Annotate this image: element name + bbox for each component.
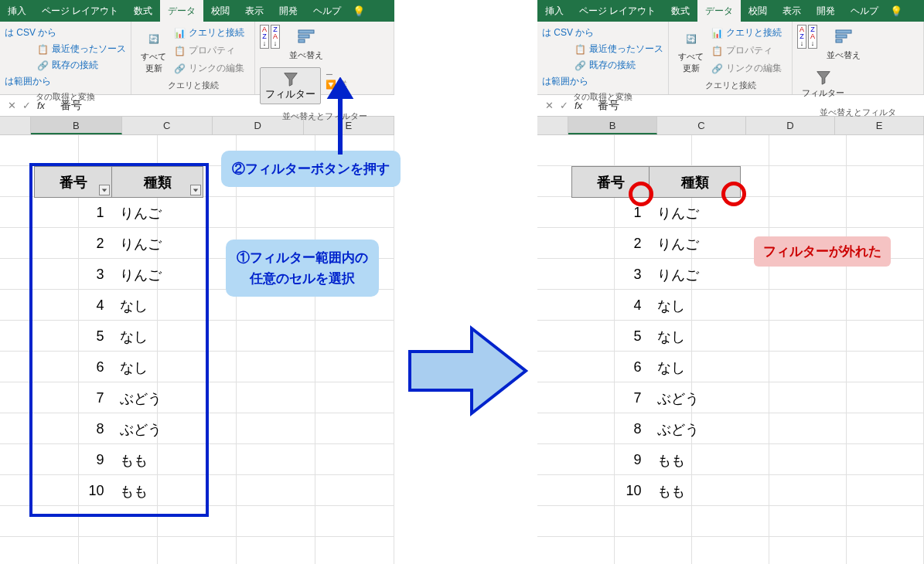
callout-step2: ②フィルターボタンを押す bbox=[221, 151, 401, 187]
sort-az-za-icons[interactable]: AZ↓ ZA↓ bbox=[260, 25, 280, 49]
ribbon-tab[interactable]: ヘルプ bbox=[305, 0, 349, 22]
table-row[interactable]: 6なし bbox=[572, 352, 741, 383]
edit-links-button[interactable]: 🔗 リンクの編集 bbox=[711, 60, 782, 76]
ribbon-tab[interactable]: 表示 bbox=[237, 0, 271, 22]
properties-button[interactable]: 📋 プロパティ bbox=[711, 42, 782, 59]
group-label: クエリと接続 bbox=[673, 78, 787, 91]
table-row[interactable]: 6なし bbox=[35, 352, 203, 383]
ribbon-tab[interactable]: 挿入 bbox=[0, 0, 34, 22]
table-header[interactable]: 番号 bbox=[572, 167, 650, 198]
svg-rect-2 bbox=[298, 39, 305, 42]
tell-me-bulb-icon[interactable]: 💡 bbox=[886, 0, 906, 22]
formula-input[interactable]: 番号 bbox=[590, 99, 924, 113]
group-label: クエリと接続 bbox=[136, 78, 250, 91]
edit-links-button[interactable]: 🔗 リンクの編集 bbox=[174, 60, 244, 76]
data-table-right: 番号種類1りんご2りんご3りんご4なし5なし6なし7ぶどう8ぶどう9もも10もも bbox=[571, 166, 741, 507]
fx-icon[interactable]: fx bbox=[37, 100, 45, 111]
sort-az-za-icons[interactable]: AZ↓ ZA↓ bbox=[797, 25, 817, 49]
ribbon-tab[interactable]: データ bbox=[160, 0, 203, 22]
ribbon-tab[interactable]: 開発 bbox=[271, 0, 305, 22]
ribbon-tab[interactable]: ヘルプ bbox=[843, 0, 886, 22]
ribbon-tab[interactable]: ページ レイアウト bbox=[34, 0, 126, 22]
clear-filter-icon[interactable]: ⚊ bbox=[326, 67, 347, 77]
ribbon-tab[interactable]: ページ レイアウト bbox=[571, 0, 663, 22]
table-header[interactable]: 番号 bbox=[35, 167, 112, 198]
ribbon-tab[interactable]: データ bbox=[697, 0, 741, 22]
confirm-icon[interactable]: ✓ bbox=[22, 100, 31, 111]
table-header[interactable]: 種類 bbox=[112, 167, 203, 198]
data-table-left: 番号種類1りんご2りんご3りんご4なし5なし6なし7ぶどう8ぶどう9もも10もも bbox=[34, 166, 203, 507]
queries-connections-button[interactable]: 📊 クエリと接続 bbox=[174, 25, 244, 41]
filter-button[interactable]: フィルター bbox=[797, 67, 849, 100]
cancel-icon[interactable]: ✕ bbox=[545, 100, 554, 111]
from-range-button[interactable]: は範囲から bbox=[5, 73, 126, 90]
ribbon-tab[interactable]: 校閲 bbox=[741, 0, 775, 22]
ribbon-tab[interactable]: 挿入 bbox=[537, 0, 571, 22]
refresh-all-button[interactable]: 🔄 すべて 更新 bbox=[673, 25, 708, 77]
table-row[interactable]: 3りんご bbox=[572, 260, 741, 290]
table-row[interactable]: 2りんご bbox=[572, 229, 741, 260]
up-arrow-annotation bbox=[325, 77, 356, 155]
sort-button[interactable]: 並べ替え bbox=[822, 25, 865, 63]
recent-sources-button[interactable]: 📋 最近使ったソース bbox=[575, 41, 663, 57]
refresh-all-button[interactable]: 🔄 すべて 更新 bbox=[136, 25, 171, 77]
column-header[interactable]: D bbox=[213, 117, 304, 134]
big-arrow-annotation bbox=[402, 321, 534, 421]
properties-button[interactable]: 📋 プロパティ bbox=[174, 42, 244, 59]
table-row[interactable]: 4なし bbox=[572, 290, 741, 321]
table-row[interactable]: 7ぶどう bbox=[35, 383, 203, 414]
svg-rect-5 bbox=[836, 39, 842, 42]
ribbon-tab[interactable]: 数式 bbox=[663, 0, 697, 22]
sort-button[interactable]: 並べ替え bbox=[285, 25, 328, 63]
filter-dropdown-icon[interactable] bbox=[99, 185, 110, 195]
column-header[interactable]: E bbox=[835, 117, 924, 134]
fx-icon[interactable]: fx bbox=[575, 100, 582, 111]
ribbon-tab[interactable]: 表示 bbox=[775, 0, 809, 22]
from-csv-button[interactable]: は CSV から bbox=[5, 25, 126, 41]
existing-connections-button[interactable]: 🔗 既存の接続 bbox=[37, 57, 126, 73]
callout-result: フィルターが外れた bbox=[754, 236, 891, 267]
column-header[interactable]: B bbox=[568, 117, 657, 134]
table-row[interactable]: 5なし bbox=[572, 321, 741, 352]
from-csv-button[interactable]: は CSV から bbox=[542, 25, 663, 41]
ribbon-tabs: 挿入ページ レイアウト数式データ校閲表示開発ヘルプ💡 bbox=[537, 0, 924, 22]
column-header[interactable]: C bbox=[122, 117, 213, 134]
from-range-button[interactable]: は範囲から bbox=[542, 73, 663, 90]
column-header[interactable]: B bbox=[31, 117, 122, 134]
table-row[interactable]: 4なし bbox=[35, 290, 203, 321]
table-row[interactable]: 9もも bbox=[35, 445, 203, 476]
column-headers-right: BCDE bbox=[537, 117, 924, 135]
table-row[interactable]: 10もも bbox=[35, 476, 203, 507]
confirm-icon[interactable]: ✓ bbox=[560, 100, 568, 111]
sheet-area-left[interactable]: 番号種類1りんご2りんご3りんご4なし5なし6なし7ぶどう8ぶどう9もも10もも bbox=[0, 135, 394, 552]
table-row[interactable]: 1りんご bbox=[35, 198, 203, 229]
table-row[interactable]: 5なし bbox=[35, 321, 203, 352]
queries-connections-button[interactable]: 📊 クエリと接続 bbox=[711, 25, 782, 41]
table-row[interactable]: 8ぶどう bbox=[35, 414, 203, 445]
sheet-area-right[interactable]: 番号種類1りんご2りんご3りんご4なし5なし6なし7ぶどう8ぶどう9もも10もも bbox=[537, 135, 924, 552]
svg-rect-3 bbox=[836, 30, 851, 33]
column-header[interactable]: C bbox=[657, 117, 746, 134]
tell-me-bulb-icon[interactable]: 💡 bbox=[349, 0, 369, 22]
ribbon-tab[interactable]: 校閲 bbox=[203, 0, 237, 22]
recent-sources-button[interactable]: 📋 最近使ったソース bbox=[37, 41, 126, 57]
table-row[interactable]: 9もも bbox=[572, 445, 741, 476]
svg-rect-1 bbox=[298, 35, 309, 38]
ribbon-tabs: 挿入ページ レイアウト数式データ校閲表示開発ヘルプ💡 bbox=[0, 0, 394, 22]
table-row[interactable]: 8ぶどう bbox=[572, 414, 741, 445]
column-header[interactable]: D bbox=[746, 117, 835, 134]
ribbon: は CSV から 📋 最近使ったソース 🔗 既存の接続 は範囲から タの取得と変… bbox=[537, 22, 924, 95]
table-row[interactable]: 7ぶどう bbox=[572, 383, 741, 414]
filter-dropdown-icon[interactable] bbox=[190, 185, 201, 195]
cancel-icon[interactable]: ✕ bbox=[8, 100, 16, 111]
existing-connections-button[interactable]: 🔗 既存の接続 bbox=[575, 57, 663, 73]
table-header[interactable]: 種類 bbox=[650, 167, 741, 198]
ribbon-tab[interactable]: 数式 bbox=[126, 0, 160, 22]
table-row[interactable]: 10もも bbox=[572, 476, 741, 507]
table-row[interactable]: 3りんご bbox=[35, 260, 203, 290]
svg-rect-4 bbox=[836, 35, 847, 38]
table-row[interactable]: 2りんご bbox=[35, 229, 203, 260]
table-row[interactable]: 1りんご bbox=[572, 198, 741, 229]
ribbon-tab[interactable]: 開発 bbox=[809, 0, 843, 22]
callout-step1: ①フィルター範囲内の 任意のセルを選択 bbox=[226, 240, 379, 297]
